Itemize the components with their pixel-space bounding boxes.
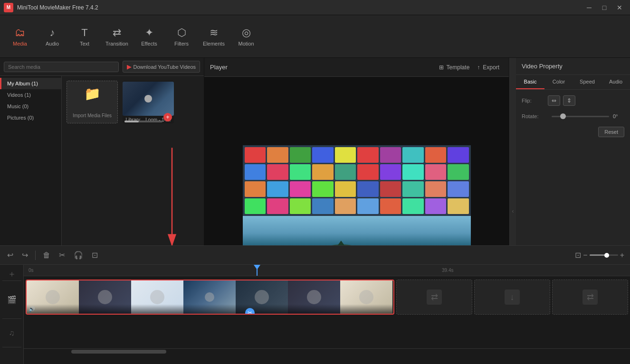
add-to-timeline-button[interactable]: + <box>163 113 172 121</box>
toolbar-separator-1 <box>35 251 36 260</box>
media-nav-bar: ▶ Download YouTube Videos <box>0 58 204 76</box>
flip-horizontal-button[interactable]: ⇔ <box>548 95 560 106</box>
effects-label: Effects <box>141 41 157 47</box>
flip-label: Flip: <box>522 98 548 103</box>
export-icon: ↑ <box>477 64 480 71</box>
app-icon: M <box>4 3 13 12</box>
rotate-row: Rotate: 0° <box>522 113 624 119</box>
rotate-label: Rotate: <box>522 113 548 119</box>
youtube-label: Download YouTube Videos <box>134 64 196 70</box>
media-icon: 🗂 <box>15 27 25 39</box>
audio-edit-button[interactable]: 🎧 <box>72 249 85 261</box>
import-icon: 📁 <box>84 86 101 102</box>
titlebar: M MiniTool MovieMaker Free 7.4.2 ─ □ ✕ <box>0 0 630 15</box>
zoom-plus-button[interactable]: + <box>620 251 624 260</box>
maximize-button[interactable]: □ <box>598 2 611 13</box>
toolbar-media[interactable]: 🗂 Media <box>5 19 35 55</box>
minimize-button[interactable]: ─ <box>582 2 596 13</box>
placeholder-icon-2: ↓ <box>505 289 520 305</box>
text-icon: T <box>81 27 87 39</box>
property-tabs: Basic Color Speed Audio <box>516 75 630 90</box>
playhead-marker <box>254 265 260 270</box>
template-button[interactable]: ⊞ Template <box>435 62 474 73</box>
search-input[interactable] <box>4 62 119 72</box>
clip-audio-icon: 🔊 <box>29 306 35 312</box>
zoom-controls: ⊡ − + <box>575 251 624 260</box>
timeline-area: ＋ 🎬 ♫ 0s 39.4s <box>0 265 630 364</box>
audio-icon: ♪ <box>50 27 55 39</box>
placeholder-icon-1: ⇄ <box>427 289 442 305</box>
audio-label: Audio <box>46 41 59 47</box>
motion-label: Motion <box>238 41 254 47</box>
filters-icon: ⬡ <box>177 27 186 39</box>
video-track-icon: 🎬 <box>2 281 21 319</box>
clip-thumb-4 <box>183 280 236 314</box>
tab-color[interactable]: Color <box>544 75 573 89</box>
media-label: Media <box>13 41 27 47</box>
album-item-myalbum[interactable]: My Album (1) <box>0 78 61 89</box>
delete-button[interactable]: 🗑 <box>41 250 52 261</box>
crop-button[interactable]: ⊡ <box>90 249 99 261</box>
video-track: 🔊 ✂ ⇄ ↓ <box>26 278 628 316</box>
album-item-music[interactable]: Music (0) <box>0 101 61 112</box>
clip-thumb-3 <box>131 280 183 314</box>
video-clip[interactable]: 🔊 ✂ <box>26 280 394 315</box>
undo-button[interactable]: ↩ <box>6 249 15 261</box>
rotate-slider[interactable] <box>552 116 609 117</box>
close-button[interactable]: ✕ <box>613 2 626 13</box>
elements-icon: ≋ <box>210 27 218 39</box>
track-placeholder-2: ↓ <box>474 280 550 315</box>
add-track-button[interactable]: ＋ <box>2 267 21 281</box>
youtube-download-button[interactable]: ▶ Download YouTube Videos <box>123 61 200 73</box>
timeline-toolbar: ↩ ↪ 🗑 ✂ 🎧 ⊡ ⊡ − + <box>0 246 630 265</box>
reset-button[interactable]: Reset <box>598 127 624 137</box>
filters-label: Filters <box>174 41 189 47</box>
audio-track-icon: ♫ <box>2 319 21 347</box>
template-icon: ⊞ <box>439 64 444 71</box>
youtube-icon: ▶ <box>127 63 132 70</box>
media-file-item[interactable]: Library _ Loom - 14... + <box>123 81 174 123</box>
toolbar-effects[interactable]: ✦ Effects <box>134 19 164 55</box>
toolbar-audio[interactable]: ♪ Audio <box>37 19 67 55</box>
track-placeholder-3: ⇄ <box>552 280 628 315</box>
toolbar-motion[interactable]: ◎ Motion <box>231 19 261 55</box>
zoom-out-button[interactable]: ⊡ <box>575 251 581 260</box>
export-button[interactable]: ↑ Export <box>473 62 503 73</box>
flip-vertical-button[interactable]: ⇕ <box>563 95 575 106</box>
window-controls: ─ □ ✕ <box>582 2 626 13</box>
toolbar-transition[interactable]: ⇄ Transition <box>102 19 132 55</box>
scrollbar-thumb[interactable] <box>71 350 166 354</box>
zoom-slider[interactable] <box>590 254 618 256</box>
toolbar-text[interactable]: T Text <box>69 19 100 55</box>
album-item-videos[interactable]: Videos (1) <box>0 89 61 101</box>
zoom-minus-button[interactable]: − <box>583 251 587 260</box>
thumb-preview <box>123 82 174 116</box>
clip-thumb-5 <box>236 280 288 314</box>
timeline-content: 0s 39.4s <box>24 265 630 364</box>
flip-row: Flip: ⇔ ⇕ <box>522 95 624 106</box>
ruler-mark-end: 39.4s <box>442 268 453 273</box>
toolbar-filters[interactable]: ⬡ Filters <box>166 19 197 55</box>
tab-speed[interactable]: Speed <box>573 75 601 89</box>
album-item-pictures[interactable]: Pictures (0) <box>0 112 61 123</box>
main-toolbar: 🗂 Media ♪ Audio T Text ⇄ Transition ✦ Ef… <box>0 15 630 58</box>
import-media-button[interactable]: 📁 Import Media Files <box>67 81 118 123</box>
import-label: Import Media Files <box>73 113 112 118</box>
timeline-panel: ↩ ↪ 🗑 ✂ 🎧 ⊡ ⊡ − + ＋ 🎬 ♫ <box>0 245 630 364</box>
tracks-container: 🔊 ✂ ⇄ ↓ <box>24 276 630 348</box>
app-title: MiniTool MovieMaker Free 7.4.2 <box>17 4 582 11</box>
ruler-mark-start: 0s <box>29 268 34 273</box>
redo-button[interactable]: ↪ <box>20 249 29 261</box>
toolbar-elements[interactable]: ≋ Elements <box>199 19 229 55</box>
clip-thumb-6 <box>288 280 340 314</box>
export-label: Export <box>483 64 499 71</box>
panel-title: Video Property <box>516 58 630 75</box>
template-label: Template <box>447 64 470 71</box>
cut-button[interactable]: ✂ <box>57 249 67 261</box>
playhead[interactable] <box>257 265 258 276</box>
text-label: Text <box>80 41 89 47</box>
tab-audio[interactable]: Audio <box>601 75 630 89</box>
tab-basic[interactable]: Basic <box>516 75 544 89</box>
audio-track <box>26 317 628 345</box>
rotate-value: 0° <box>613 113 624 119</box>
